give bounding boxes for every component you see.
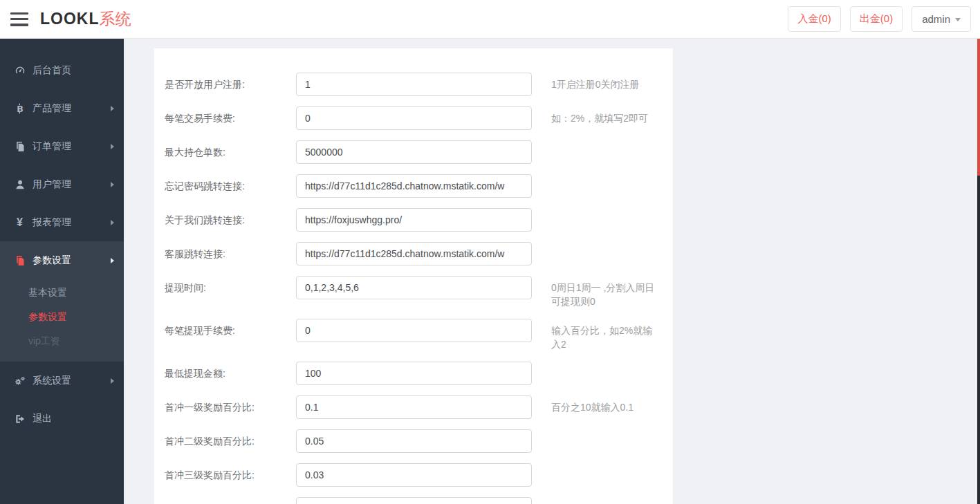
hamburger-menu-icon[interactable] — [10, 12, 28, 26]
withdraw-button[interactable]: 出金(0) — [850, 6, 903, 32]
chevron-right-icon — [111, 220, 114, 225]
sidebar-item-label: 产品管理 — [33, 102, 71, 115]
top-navbar: LOOKL系统 入金(0) 出金(0) admin — [0, 0, 980, 39]
submenu-item-label: 基本设置 — [28, 287, 67, 299]
form-row: 首冲三级奖励百分比: — [165, 463, 663, 487]
bitcoin-icon: B — [13, 103, 26, 114]
params-icon — [13, 255, 26, 266]
field-label: 提现时间: — [165, 276, 296, 294]
user-dropdown-label: admin — [922, 13, 950, 25]
field-hint — [551, 362, 662, 366]
form-row: 是否开放用户注册: 1开启注册0关闭注册 — [165, 73, 663, 96]
params-submenu: 基本设置 参数设置 vip工资 — [0, 279, 124, 362]
form-row — [165, 497, 663, 504]
input-first-deposit-level1-reward[interactable] — [296, 395, 532, 419]
form-row: 每笔交易手续费: 如：2%，就填写2即可 — [165, 106, 663, 130]
input-registration-open[interactable] — [296, 73, 532, 96]
user-dropdown[interactable]: admin — [912, 6, 971, 32]
input-withdraw-time[interactable] — [296, 276, 532, 299]
input-withdraw-fee[interactable] — [296, 319, 532, 342]
sidebar-item-label: 报表管理 — [33, 216, 71, 229]
field-hint — [551, 463, 662, 468]
caret-down-icon — [955, 18, 961, 21]
field-hint — [551, 174, 662, 179]
scrollbar-thumb[interactable] — [977, 39, 980, 176]
form-row: 提现时间: 0周日1周一 ,分割入周日可提现则0 — [165, 276, 663, 308]
form-row: 最大持仓单数: — [165, 140, 663, 164]
field-label: 忘记密码跳转连接: — [165, 174, 296, 192]
field-label: 首冲三级奖励百分比: — [165, 463, 296, 481]
input-forgot-password-url[interactable] — [296, 174, 532, 198]
chevron-right-icon — [111, 144, 114, 149]
submenu-item-label: 参数设置 — [28, 311, 67, 324]
sidebar-item-reports[interactable]: ¥ 报表管理 — [0, 203, 124, 241]
sidebar-item-label: 后台首页 — [33, 64, 71, 77]
sidebar-item-label: 参数设置 — [33, 254, 71, 267]
field-hint: 百分之10就输入0.1 — [551, 395, 662, 414]
logout-icon — [13, 413, 26, 424]
navbar-actions: 入金(0) 出金(0) admin — [788, 6, 971, 32]
gears-icon — [13, 375, 26, 386]
form-row: 每笔提现手续费: 输入百分比，如2%就输入2 — [165, 319, 663, 351]
input-first-deposit-level2-reward[interactable] — [296, 429, 532, 453]
sidebar-item-label: 退出 — [33, 413, 52, 425]
form-row: 首冲二级奖励百分比: — [165, 429, 663, 453]
sidebar-item-logout[interactable]: 退出 — [0, 400, 124, 438]
field-hint: 输入百分比，如2%就输入2 — [551, 319, 662, 351]
field-label: 每笔提现手续费: — [165, 319, 296, 337]
sidebar: 后台首页 B 产品管理 订单管理 — [0, 39, 124, 504]
field-label — [165, 497, 296, 503]
input-partial-bottom[interactable] — [296, 497, 532, 504]
field-hint: 如：2%，就填写2即可 — [551, 106, 662, 125]
settings-form-card: 是否开放用户注册: 1开启注册0关闭注册 每笔交易手续费: 如：2%，就填写2即… — [154, 48, 673, 504]
chevron-right-icon — [111, 258, 114, 263]
user-icon — [13, 179, 26, 190]
field-hint: 0周日1周一 ,分割入周日可提现则0 — [551, 276, 662, 308]
field-hint — [551, 242, 662, 247]
input-customer-service-url[interactable] — [296, 242, 532, 265]
withdraw-button-label: 出金(0) — [860, 12, 893, 26]
field-hint: 1开启注册0关闭注册 — [551, 73, 662, 91]
input-min-withdraw-amount[interactable] — [296, 362, 532, 385]
main-content: 是否开放用户注册: 1开启注册0关闭注册 每笔交易手续费: 如：2%，就填写2即… — [124, 39, 977, 504]
sidebar-item-params-settings: 参数设置 基本设置 参数设置 vip工资 — [0, 241, 124, 362]
form-row: 忘记密码跳转连接: — [165, 174, 663, 198]
sidebar-item-label: 用户管理 — [33, 178, 71, 191]
sidebar-item-label: 订单管理 — [33, 140, 71, 153]
chevron-right-icon — [111, 182, 114, 187]
field-hint — [551, 208, 662, 213]
sidebar-subitem-basic-settings[interactable]: 基本设置 — [0, 281, 124, 305]
field-label: 关于我们跳转连接: — [165, 208, 296, 226]
form-row: 最低提现金额: — [165, 362, 663, 385]
brand-logo: LOOKL系统 — [40, 8, 131, 30]
form-row: 首冲一级奖励百分比: 百分之10就输入0.1 — [165, 395, 663, 419]
sidebar-item-orders[interactable]: 订单管理 — [0, 127, 124, 165]
field-label: 最大持仓单数: — [165, 140, 296, 158]
app-window: LOOKL系统 入金(0) 出金(0) admin 后台首页 — [0, 0, 980, 504]
sidebar-subitem-params-settings[interactable]: 参数设置 — [0, 305, 124, 329]
input-about-us-url[interactable] — [296, 208, 532, 232]
input-trade-fee[interactable] — [296, 106, 532, 130]
scrollbar-track[interactable] — [977, 39, 980, 504]
sidebar-item-label: 系统设置 — [33, 375, 71, 387]
sidebar-item-system-settings[interactable]: 系统设置 — [0, 362, 124, 400]
field-hint — [551, 429, 662, 434]
field-label: 首冲一级奖励百分比: — [165, 395, 296, 413]
field-label: 是否开放用户注册: — [165, 73, 296, 91]
sidebar-subitem-vip-salary[interactable]: vip工资 — [0, 329, 124, 353]
form-row: 关于我们跳转连接: — [165, 208, 663, 232]
sidebar-item-users[interactable]: 用户管理 — [0, 165, 124, 203]
input-max-positions[interactable] — [296, 140, 532, 164]
brand-name: LOOKL — [40, 10, 100, 28]
sidebar-item-products[interactable]: B 产品管理 — [0, 89, 124, 127]
deposit-button[interactable]: 入金(0) — [788, 6, 840, 32]
field-label: 首冲二级奖励百分比: — [165, 429, 296, 447]
orders-icon — [13, 141, 26, 152]
submenu-item-label: vip工资 — [28, 335, 60, 348]
sidebar-item-params-settings-link[interactable]: 参数设置 — [0, 241, 124, 279]
field-hint — [551, 140, 662, 145]
sidebar-item-dashboard[interactable]: 后台首页 — [0, 51, 124, 89]
dashboard-icon — [13, 65, 26, 76]
field-hint — [551, 497, 662, 502]
input-first-deposit-level3-reward[interactable] — [296, 463, 532, 487]
